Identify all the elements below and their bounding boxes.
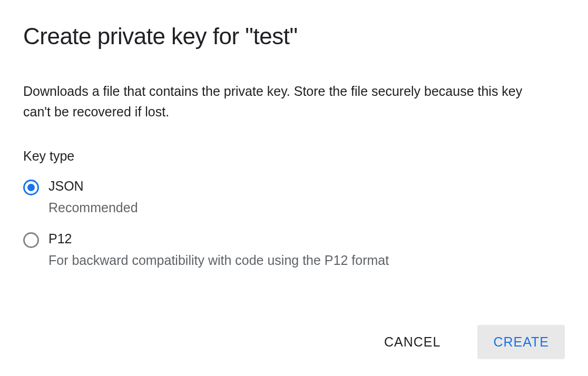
- radio-unselected-icon: [23, 232, 39, 248]
- create-button[interactable]: CREATE: [477, 325, 565, 359]
- radio-content: JSON Recommended: [48, 179, 138, 215]
- radio-sublabel-json: Recommended: [48, 200, 138, 215]
- cancel-button[interactable]: CANCEL: [368, 325, 456, 359]
- key-type-radio-group: JSON Recommended P12 For backward compat…: [23, 179, 565, 268]
- create-private-key-dialog: Create private key for "test" Downloads …: [0, 0, 588, 376]
- radio-selected-icon: [23, 180, 39, 195]
- radio-content: P12 For backward compatibility with code…: [48, 231, 389, 268]
- dialog-title: Create private key for "test": [23, 23, 565, 50]
- radio-option-json[interactable]: JSON Recommended: [23, 179, 565, 215]
- dialog-actions: CANCEL CREATE: [23, 325, 565, 359]
- key-type-label: Key type: [23, 149, 565, 164]
- radio-option-p12[interactable]: P12 For backward compatibility with code…: [23, 231, 565, 268]
- dialog-description: Downloads a file that contains the priva…: [23, 81, 550, 122]
- radio-sublabel-p12: For backward compatibility with code usi…: [48, 253, 389, 268]
- radio-label-json: JSON: [48, 179, 138, 194]
- radio-label-p12: P12: [48, 231, 389, 246]
